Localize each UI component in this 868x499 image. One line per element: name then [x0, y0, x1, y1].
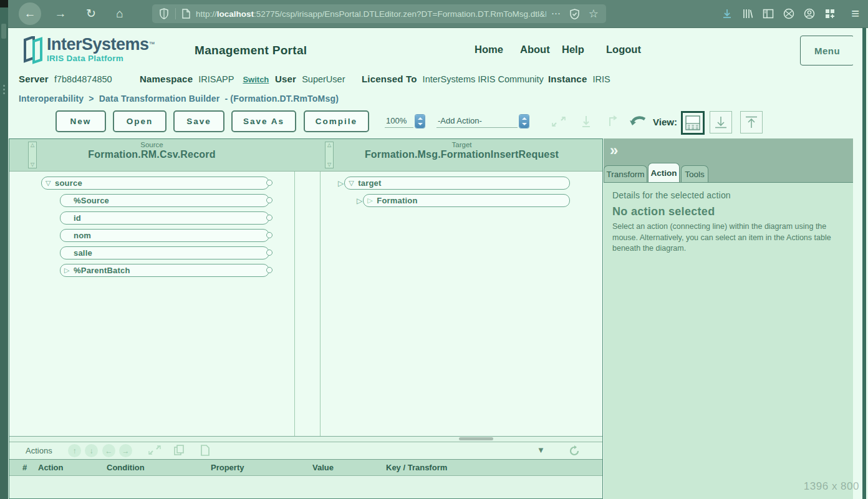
source-node-row: id	[60, 211, 269, 225]
source-node-salle[interactable]: salle	[60, 246, 269, 259]
tab-tools[interactable]: Tools	[681, 165, 708, 182]
add-action-stepper-icon[interactable]	[519, 115, 529, 128]
server-info-instance: InstanceIRIS	[548, 74, 610, 85]
view-diagram-button[interactable]	[740, 111, 763, 133]
downloads-icon[interactable]	[721, 8, 733, 19]
breadcrumb-dtl-builder[interactable]: Data Transformation Builder	[99, 94, 220, 104]
server-info-licensed: Licensed ToInterSystems IRIS Community	[362, 74, 544, 85]
view-split-button[interactable]	[681, 111, 705, 135]
nav-home[interactable]: Home	[475, 44, 503, 56]
diagram-header-band: △ ▽ Source Formation.RM.Csv.Record △ ▽ T…	[9, 139, 602, 172]
zoom-select[interactable]: 100%	[385, 115, 425, 128]
source-header: Source Formation.RM.Csv.Record	[9, 141, 294, 161]
disconnect-icon[interactable]	[551, 115, 567, 128]
breadcrumb-document: - (Formation.DT.RmToMsg)	[224, 94, 339, 104]
nav-help[interactable]: Help	[562, 44, 584, 56]
source-node-row: ▽ source	[41, 177, 269, 190]
add-action-select[interactable]: -Add Action-	[436, 115, 529, 128]
account-icon[interactable]	[804, 8, 815, 19]
refresh-actions-icon[interactable]	[568, 445, 581, 457]
strip-dot	[3, 85, 5, 87]
diagram-hscrollbar[interactable]	[9, 436, 602, 442]
view-table-button[interactable]	[710, 111, 732, 133]
move-up-icon[interactable]: ↑	[68, 444, 81, 457]
actions-table-body[interactable]	[9, 475, 602, 498]
target-node-formation[interactable]: ▷ Formation	[363, 194, 570, 207]
source-node-nom[interactable]: nom	[60, 229, 269, 242]
target-node-target[interactable]: ▽ target	[344, 177, 570, 190]
target-anchor-triangle-icon[interactable]: ▷	[338, 179, 344, 188]
server-info-server: Serverf7b8d4874850	[19, 74, 112, 85]
page-vscrollbar[interactable]	[862, 27, 866, 499]
disconnect-action-icon[interactable]	[148, 445, 162, 456]
forward-button[interactable]: →	[51, 4, 70, 23]
copy-action-icon[interactable]	[173, 445, 186, 456]
source-connector[interactable]	[266, 250, 272, 256]
library-icon[interactable]	[742, 8, 753, 19]
menu-button[interactable]: Menu	[800, 36, 854, 65]
move-left-icon[interactable]: ←	[102, 444, 115, 457]
tracking-protection-icon[interactable]	[569, 9, 580, 19]
server-info-user: UserSuperUser	[275, 74, 345, 85]
move-right-icon[interactable]: →	[119, 444, 132, 457]
corner-arrow-icon[interactable]	[607, 115, 619, 127]
home-button[interactable]: ⌂	[110, 4, 129, 23]
menu-hamburger-icon[interactable]: ≡	[851, 6, 859, 22]
compile-button[interactable]: Compile	[304, 110, 369, 132]
back-button[interactable]: ←	[19, 2, 41, 25]
collapse-triangle-icon[interactable]: ▽	[349, 179, 358, 187]
bookmark-star-icon[interactable]: ☆	[589, 7, 599, 21]
overflow-menu-icon[interactable]: ⋯	[551, 8, 561, 19]
collapse-actions-icon[interactable]: ▼	[537, 445, 545, 455]
url-text[interactable]: http://localhost:52775/csp/irisapp/EnsPo…	[196, 9, 546, 19]
zoom-stepper-icon[interactable]	[415, 115, 425, 128]
save-button[interactable]: Save	[173, 110, 224, 132]
scroll-down-icon[interactable]: ▽	[31, 162, 34, 168]
source-node-%Source[interactable]: %Source	[60, 194, 269, 207]
source-connector[interactable]	[266, 180, 272, 186]
target-node-row: ▷ ▽ target	[338, 177, 570, 190]
diagram-canvas[interactable]: ▽ source %Source id	[9, 172, 602, 436]
source-connector[interactable]	[266, 267, 272, 273]
source-connector[interactable]	[266, 232, 272, 238]
container-tabs-icon[interactable]	[783, 8, 794, 19]
new-button[interactable]: New	[55, 110, 106, 132]
refresh-button[interactable]: ↻	[82, 4, 100, 23]
undo-icon[interactable]	[629, 115, 647, 129]
browser-toolbar: ← → ↻ ⌂ http://localhost:52775/csp/irisa…	[0, 0, 868, 28]
expand-panel-icon[interactable]: »	[610, 142, 618, 159]
paste-action-icon[interactable]	[200, 445, 210, 456]
extensions-icon[interactable]	[824, 8, 836, 19]
nav-about[interactable]: About	[520, 44, 550, 56]
move-down-icon[interactable]: ↓	[85, 444, 98, 457]
shield-permissions-icon[interactable]	[159, 8, 169, 19]
target-anchor-triangle-icon[interactable]: ▷	[357, 196, 362, 205]
switch-namespace-link[interactable]: Switch	[243, 75, 269, 84]
source-node-source[interactable]: ▽ source	[41, 177, 269, 190]
expand-triangle-icon[interactable]: ▷	[64, 266, 74, 274]
source-node-%ParentBatch[interactable]: ▷ %ParentBatch	[60, 264, 269, 277]
save-as-button[interactable]: Save As	[231, 110, 296, 132]
address-bar[interactable]: http://localhost:52775/csp/irisapp/EnsPo…	[152, 4, 606, 23]
nav-logout[interactable]: Logout	[606, 44, 641, 56]
sidebar-toggle-icon[interactable]	[763, 8, 774, 19]
page-info-icon[interactable]	[182, 9, 190, 19]
view-split-icon	[685, 115, 700, 130]
source-connector[interactable]	[266, 215, 272, 221]
tab-transform[interactable]: Transform	[604, 165, 647, 182]
action-details-content: Details for the selected action No actio…	[604, 182, 853, 499]
collapse-triangle-icon[interactable]: ▽	[46, 179, 55, 187]
breadcrumb-interoperability[interactable]: Interoperability	[19, 94, 84, 104]
page: InterSystems™ IRIS Data Platform Managem…	[8, 27, 868, 499]
view-label: View:	[653, 117, 677, 127]
tab-action[interactable]: Action	[648, 163, 680, 182]
source-node-id[interactable]: id	[60, 211, 269, 225]
open-button[interactable]: Open	[113, 110, 166, 132]
col-value: Value	[312, 463, 334, 472]
move-down-icon[interactable]	[580, 115, 592, 128]
hscrollbar-thumb[interactable]	[459, 437, 493, 440]
resolution-indicator: 1396 x 800	[804, 480, 859, 493]
scroll-down-icon[interactable]: ▽	[327, 162, 331, 168]
expand-triangle-icon[interactable]: ▷	[367, 196, 377, 205]
source-connector[interactable]	[266, 197, 272, 203]
